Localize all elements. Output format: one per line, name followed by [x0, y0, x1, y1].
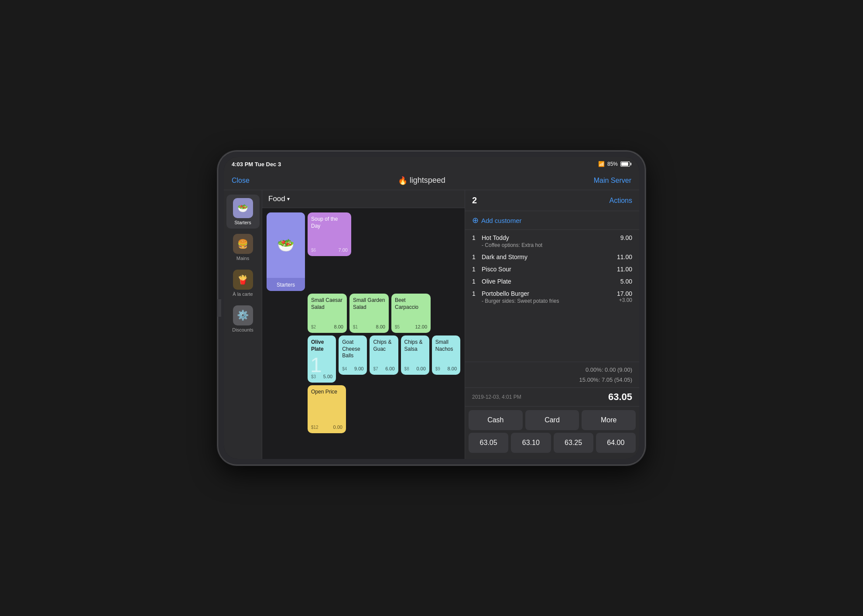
starters-tile-label: Starters — [277, 282, 295, 288]
goat-price: 9.00 — [354, 366, 363, 371]
order-totals: 0.00%: 0.00 (9.00) 15.00%: 7.05 (54.05) — [465, 362, 639, 387]
sidebar-item-alacarte[interactable]: 🍟 À la carte — [226, 266, 260, 300]
dark-stormy-price: 11.00 — [617, 253, 632, 260]
tile-beet-carpaccio[interactable]: Beet Carpaccio $5 12.00 — [391, 294, 431, 333]
order-grand-total: 63.05 — [608, 391, 632, 403]
amount-button-1[interactable]: 63.05 — [469, 433, 508, 453]
tile-soup[interactable]: Soup of the Day $6 7.00 — [308, 212, 351, 256]
starters-icon: 🥗 — [233, 198, 253, 218]
caesar-name: Small Caesar Salad — [311, 297, 343, 311]
discounts-icon: ⚙️ — [233, 305, 253, 325]
pisco-name: Pisco Sour — [482, 266, 617, 273]
menu-category[interactable]: Food ▾ — [268, 195, 290, 203]
beet-sku: $5 — [395, 325, 400, 329]
amount-button-2[interactable]: 63.10 — [511, 433, 551, 453]
starters-food-emoji: 🥗 — [277, 237, 295, 253]
portobello-qty: 1 — [472, 290, 479, 297]
status-time: 4:03 PM Tue Dec 3 — [232, 161, 281, 168]
flame-icon: 🔥 — [398, 176, 408, 185]
openprice-sku: $12 — [311, 425, 318, 430]
tile-caesar-salad[interactable]: Small Caesar Salad $2 8.00 — [308, 294, 347, 333]
sidebar-item-starters[interactable]: 🥗 Starters — [226, 195, 260, 229]
add-customer-button[interactable]: ⊕ Add customer — [465, 211, 639, 230]
olive-order-qty: 1 — [472, 278, 479, 285]
logo-text: lightspeed — [410, 176, 445, 185]
chipsguac-price: 6.00 — [385, 366, 394, 371]
sidebar: 🥗 Starters 🍔 Mains 🍟 À la carte — [224, 190, 262, 459]
close-button[interactable]: Close — [232, 177, 250, 185]
actions-button[interactable]: Actions — [610, 197, 632, 205]
tile-chips-salsa[interactable]: Chips & Salsa $8 0.00 — [401, 335, 429, 375]
caesar-price: 8.00 — [334, 324, 343, 329]
garden-price: 8.00 — [376, 324, 385, 329]
portobello-name: Portobello Burger — [482, 290, 617, 297]
order-item-portobello[interactable]: 1 Portobello Burger 17.00 - Burger sides… — [465, 287, 639, 307]
discounts-label: Discounts — [232, 327, 253, 332]
order-item-dark-stormy[interactable]: 1 Dark and Stormy 11.00 — [465, 251, 639, 263]
olive-name: Olive Plate — [311, 339, 332, 352]
beet-name: Beet Carpaccio — [395, 297, 427, 311]
garden-sku: $1 — [353, 325, 358, 329]
tile-chips-guac[interactable]: Chips & Guac $7 6.00 — [370, 335, 398, 375]
alacarte-label: À la carte — [233, 291, 253, 297]
garden-name: Small Garden Salad — [353, 297, 385, 311]
portobello-mod-price: +3.00 — [619, 297, 632, 304]
portobello-price: 17.00 — [617, 290, 632, 297]
olive-sku: $3 — [311, 374, 316, 379]
main-content: 🥗 Starters 🍔 Mains 🍟 À la carte — [224, 190, 639, 459]
order-item-olive-plate[interactable]: 1 Olive Plate 5.00 — [465, 275, 639, 287]
starters-label: Starters — [234, 220, 251, 225]
goat-sku: $4 — [342, 366, 347, 371]
sidebar-item-mains[interactable]: 🍔 Mains — [226, 230, 260, 264]
pisco-qty: 1 — [472, 266, 479, 273]
amount-button-3[interactable]: 63.25 — [554, 433, 593, 453]
server-name[interactable]: Main Server — [594, 177, 631, 185]
nachos-sku: $9 — [435, 366, 440, 371]
grid-row-3: Olive Plate 1 $3 5.00 Goat Cheese Balls … — [308, 335, 460, 383]
olive-order-price: 5.00 — [620, 278, 632, 285]
category-dropdown-arrow: ▾ — [287, 196, 290, 202]
payment-method-row: Cash Card More — [469, 410, 636, 430]
nav-bar: Close 🔥 lightspeed Main Server — [224, 171, 639, 190]
ipad-device: 4:03 PM Tue Dec 3 📶 85% Close 🔥 lightspe… — [218, 151, 645, 465]
tile-open-price[interactable]: Open Price $12 0.00 — [308, 385, 346, 433]
tile-goat-cheese[interactable]: Goat Cheese Balls $4 9.00 — [339, 335, 367, 375]
tile-garden-salad[interactable]: Small Garden Salad $1 8.00 — [349, 294, 389, 333]
chipssalsa-price: 0.00 — [416, 366, 425, 371]
tile-starters-category[interactable]: 🥗 Starters — [267, 212, 305, 291]
goat-name: Goat Cheese Balls — [342, 339, 363, 359]
portobello-modifier: - Burger sides: Sweet potato fries — [482, 298, 559, 304]
status-bar: 4:03 PM Tue Dec 3 📶 85% — [224, 157, 639, 171]
cash-button[interactable]: Cash — [469, 410, 523, 430]
hot-toddy-price: 9.00 — [620, 234, 632, 241]
tile-small-nachos[interactable]: Small Nachos $9 8.00 — [432, 335, 460, 375]
battery-icon — [620, 161, 631, 167]
grid-row-2: Small Caesar Salad $2 8.00 Small Garden … — [308, 294, 460, 333]
caesar-sku: $2 — [311, 325, 316, 329]
openprice-price: 0.00 — [333, 424, 342, 430]
dark-stormy-qty: 1 — [472, 253, 479, 260]
order-number: 2 — [472, 195, 477, 205]
soup-sku: $6 — [311, 248, 316, 253]
tax1-label: 0.00%: 0.00 (9.00) — [586, 366, 632, 373]
order-item-pisco-sour[interactable]: 1 Pisco Sour 11.00 — [465, 263, 639, 275]
tile-olive-plate[interactable]: Olive Plate 1 $3 5.00 — [308, 335, 336, 383]
payment-section: Cash Card More 63.05 63.10 63.25 64.00 — [465, 406, 639, 459]
mains-label: Mains — [236, 256, 249, 261]
alacarte-icon: 🍟 — [233, 270, 253, 290]
amount-button-4[interactable]: 64.00 — [596, 433, 636, 453]
wifi-icon: 📶 — [598, 161, 605, 167]
openprice-name: Open Price — [311, 389, 342, 396]
more-button[interactable]: More — [582, 410, 636, 430]
sidebar-item-discounts[interactable]: ⚙️ Discounts — [226, 302, 260, 336]
olive-order-name: Olive Plate — [482, 278, 620, 285]
home-button[interactable] — [217, 299, 221, 317]
nachos-price: 8.00 — [448, 366, 457, 371]
order-item-hot-toddy[interactable]: 1 Hot Toddy 9.00 - Coffee options: Extra… — [465, 232, 639, 251]
status-icons: 📶 85% — [598, 161, 631, 167]
order-date: 2019-12-03, 4:01 PM — [472, 394, 521, 400]
chipssalsa-name: Chips & Salsa — [404, 339, 426, 352]
chipsguac-sku: $7 — [373, 366, 378, 371]
grid-row-4: Open Price $12 0.00 — [308, 385, 460, 433]
card-button[interactable]: Card — [525, 410, 579, 430]
